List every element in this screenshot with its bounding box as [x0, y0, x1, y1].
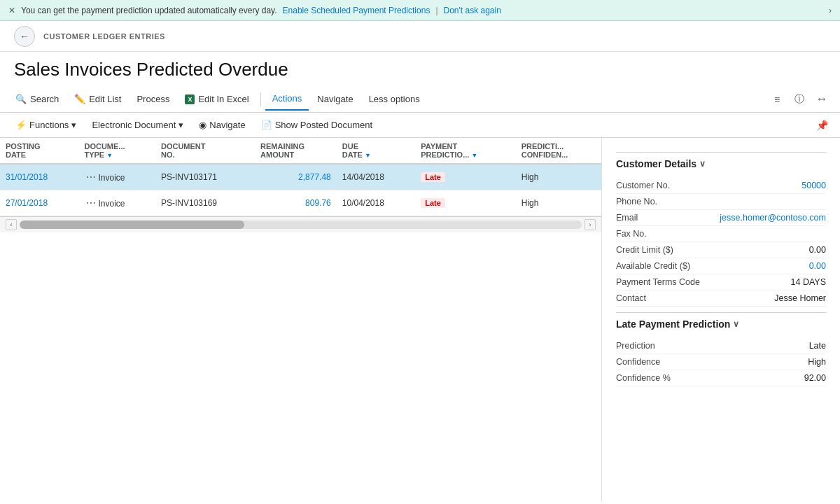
posting-date-cell[interactable]: 27/01/2018 — [0, 190, 78, 216]
late-payment-title: Late Payment Prediction — [616, 318, 730, 330]
detail-value: Late — [809, 341, 826, 351]
table-row[interactable]: 31/01/2018⋯InvoicePS-INV1031712,877.4814… — [0, 164, 601, 190]
detail-value: 92.00 — [804, 373, 826, 383]
table-row[interactable]: 27/01/2018⋯InvoicePS-INV103169809.7610/0… — [0, 190, 601, 216]
ledger-table: POSTINGDATE DOCUME...TYPE ▼ DOCUMENTNO. … — [0, 138, 601, 216]
late-payment-detail-row: Confidence %92.00 — [616, 370, 826, 386]
middle-divider — [616, 312, 826, 313]
navigate2-button[interactable]: ◉ Navigate — [192, 115, 252, 136]
customer-details-header[interactable]: Customer Details ∨ — [616, 158, 826, 169]
posted-doc-icon: 📄 — [261, 120, 272, 130]
search-label: Search — [30, 94, 59, 104]
toolbar-separator — [260, 92, 261, 106]
doc-type-value: Invoice — [98, 173, 125, 183]
horizontal-scrollbar[interactable]: ‹ › — [0, 216, 601, 232]
col-remaining-amount[interactable]: REMAININGAMOUNT — [255, 138, 337, 164]
enable-scheduled-link[interactable]: Enable Scheduled Payment Predictions — [283, 6, 430, 15]
detail-value[interactable]: 50000 — [802, 181, 826, 190]
prediction-cell: Late — [415, 164, 516, 190]
sort-icon-prediction: ▼ — [471, 152, 477, 159]
list-icon: ≡ — [774, 94, 780, 105]
scroll-left-button[interactable]: ‹ — [6, 219, 17, 230]
doc-type-cell[interactable]: ⋯Invoice — [78, 190, 155, 216]
detail-label: Prediction — [616, 341, 655, 351]
less-options-button[interactable]: Less options — [362, 88, 427, 111]
back-button[interactable]: ← — [14, 26, 35, 47]
navigate2-icon: ◉ — [199, 120, 206, 130]
row-menu-button[interactable]: ⋯ — [84, 170, 98, 184]
col-doc-type[interactable]: DOCUME...TYPE ▼ — [78, 138, 155, 164]
detail-label: Confidence % — [616, 373, 671, 383]
notification-message: You can get the payment prediction updat… — [21, 6, 277, 15]
info-button[interactable]: ⓘ — [790, 90, 809, 109]
dont-ask-link[interactable]: Don't ask again — [444, 6, 501, 15]
col-payment-prediction[interactable]: PAYMENTPREDICTIO... ▼ — [415, 138, 516, 164]
main-toolbar: 🔍 Search ✏️ Edit List Process X Edit In … — [0, 86, 840, 113]
show-posted-document-button[interactable]: 📄 Show Posted Document — [254, 115, 379, 136]
table-header-row: POSTINGDATE DOCUME...TYPE ▼ DOCUMENTNO. … — [0, 138, 601, 164]
late-payment-detail-row: PredictionLate — [616, 338, 826, 354]
doc-no-cell: PS-INV103169 — [155, 190, 255, 216]
detail-value[interactable]: jesse.homer@contoso.com — [720, 213, 826, 223]
scroll-right-button[interactable]: › — [584, 219, 596, 230]
navigate-button[interactable]: Navigate — [310, 88, 360, 111]
remaining-amount-cell: 2,877.48 — [255, 164, 337, 190]
search-icon: 🔍 — [15, 94, 27, 104]
expand-icon: ⤢ — [816, 92, 828, 105]
navigate2-label: Navigate — [209, 120, 245, 130]
toolbar2-right: 📌 — [812, 115, 832, 135]
doc-type-value: Invoice — [98, 199, 125, 209]
electronic-document-button[interactable]: Electronic Document ▾ — [85, 115, 190, 136]
edit-list-label: Edit List — [89, 94, 121, 104]
doc-type-cell[interactable]: ⋯Invoice — [78, 164, 155, 190]
process-button[interactable]: Process — [130, 88, 176, 111]
list-view-button[interactable]: ≡ — [767, 90, 787, 109]
late-payment-header[interactable]: Late Payment Prediction ∨ — [616, 318, 826, 330]
table-area: POSTINGDATE DOCUME...TYPE ▼ DOCUMENTNO. … — [0, 138, 602, 502]
late-payment-rows: PredictionLateConfidenceHighConfidence %… — [616, 338, 826, 386]
edit-excel-button[interactable]: X Edit In Excel — [178, 88, 255, 111]
page-title: Sales Invoices Predicted Overdue — [14, 59, 826, 80]
back-icon: ← — [20, 31, 29, 42]
edit-list-button[interactable]: ✏️ Edit List — [67, 88, 128, 111]
detail-label: Contact — [616, 293, 646, 303]
customer-detail-row: ContactJesse Homer — [616, 290, 826, 307]
side-panel: Customer Details ∨ Customer No.50000Phon… — [602, 138, 840, 502]
doc-no-cell: PS-INV103171 — [155, 164, 255, 190]
functions-button[interactable]: ⚡ Functions ▾ — [8, 115, 83, 136]
detail-value: 0.00 — [809, 245, 826, 255]
detail-value: 14 DAYS — [791, 277, 827, 287]
customer-details-chevron-icon: ∨ — [699, 159, 706, 169]
col-posting-date[interactable]: POSTINGDATE — [0, 138, 78, 164]
customer-detail-row: Customer No.50000 — [616, 178, 826, 194]
page-title-bar: Sales Invoices Predicted Overdue — [0, 52, 840, 86]
search-button[interactable]: 🔍 Search — [8, 88, 66, 111]
scroll-track[interactable] — [20, 220, 582, 229]
detail-label: Credit Limit ($) — [616, 245, 673, 255]
notification-close-icon[interactable]: ✕ — [8, 6, 15, 15]
customer-detail-row: Available Credit ($)0.00 — [616, 258, 826, 274]
functions-chevron-icon: ▾ — [71, 120, 76, 130]
detail-label: Confidence — [616, 357, 660, 367]
expand-button[interactable]: ⤢ — [812, 90, 832, 109]
detail-value: Jesse Homer — [774, 293, 826, 303]
pin-button[interactable]: 📌 — [812, 115, 832, 135]
actions-button[interactable]: Actions — [265, 88, 309, 111]
col-doc-no[interactable]: DOCUMENTNO. — [155, 138, 255, 164]
notification-chevron-icon[interactable]: › — [829, 6, 832, 15]
top-divider — [616, 152, 826, 153]
actions-label: Actions — [272, 93, 302, 104]
row-menu-button[interactable]: ⋯ — [84, 196, 98, 210]
pin-icon: 📌 — [816, 120, 828, 131]
sort-icon-doc-type: ▼ — [106, 152, 113, 159]
col-due-date[interactable]: DUEDATE ▼ — [337, 138, 415, 164]
detail-value: High — [808, 357, 826, 367]
excel-icon: X — [185, 94, 195, 104]
posting-date-cell[interactable]: 31/01/2018 — [0, 164, 78, 190]
detail-label: Payment Terms Code — [616, 277, 700, 287]
col-confidence[interactable]: PREDICTI...CONFIDEN... — [516, 138, 601, 164]
late-payment-detail-row: ConfidenceHigh — [616, 354, 826, 370]
electronic-document-label: Electronic Document — [92, 120, 176, 130]
main-content: POSTINGDATE DOCUME...TYPE ▼ DOCUMENTNO. … — [0, 138, 840, 502]
due-date-cell: 10/04/2018 — [337, 190, 415, 216]
